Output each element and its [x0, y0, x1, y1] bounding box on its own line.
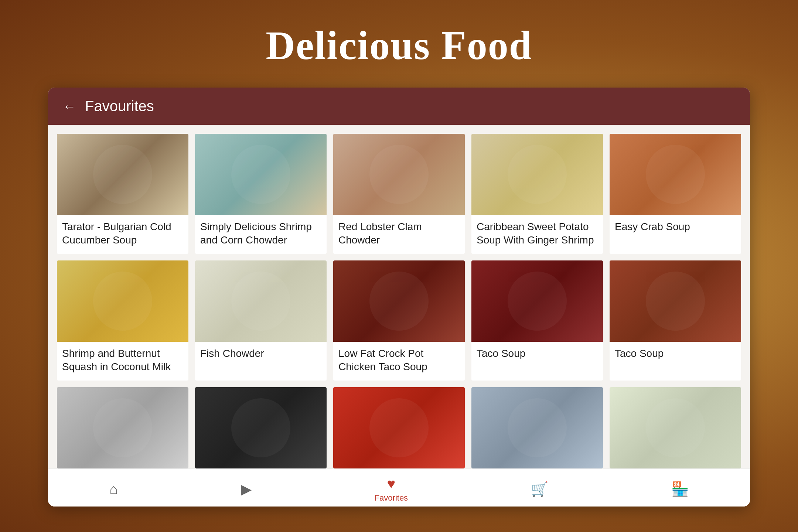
- svg-point-4: [646, 145, 705, 204]
- recipe-item-taco-soup-2[interactable]: Taco Soup: [471, 260, 603, 381]
- recipe-item-shrimp-corn[interactable]: Simply Delicious Shrimp and Corn Chowder: [195, 134, 327, 254]
- recipe-grid-area: Tarator - Bulgarian Cold Cucumber Soup S…: [48, 125, 750, 468]
- main-card: ← Favourites Tarator - Bulgarian Cold Cu…: [48, 88, 750, 507]
- recipe-name-crab: Easy Crab Soup: [610, 215, 741, 240]
- recipe-image-crab: [610, 134, 741, 215]
- svg-point-9: [646, 272, 705, 331]
- nav-favorites[interactable]: ♥ Favorites: [375, 475, 408, 503]
- recipe-item-bottom4[interactable]: [471, 387, 603, 468]
- recipe-image-tarator: [57, 134, 188, 215]
- store-icon: 🏪: [671, 481, 689, 497]
- recipe-name-tarator: Tarator - Bulgarian Cold Cucumber Soup: [57, 215, 188, 254]
- svg-point-5: [93, 272, 152, 331]
- svg-point-3: [508, 145, 567, 204]
- recipe-item-red-lobster[interactable]: Red Lobster Clam Chowder: [333, 134, 465, 254]
- recipe-image-bottom4: [471, 387, 603, 468]
- recipe-image-butternut: [57, 260, 188, 342]
- play-icon: ▶: [241, 481, 252, 497]
- recipe-image-bottom2: [195, 387, 327, 468]
- svg-point-7: [369, 272, 429, 331]
- page-title: Favourites: [85, 98, 154, 115]
- recipe-name-taco-soup: Low Fat Crock Pot Chicken Taco Soup: [333, 342, 465, 381]
- svg-point-14: [646, 398, 705, 457]
- recipe-name-shrimp-corn: Simply Delicious Shrimp and Corn Chowder: [195, 215, 327, 254]
- nav-store[interactable]: 🏪: [671, 481, 689, 497]
- recipe-image-bottom3: [333, 387, 465, 468]
- nav-favorites-label: Favorites: [375, 493, 408, 503]
- bottom-navigation: ⌂ ▶ ♥ Favorites 🛒 🏪: [48, 468, 750, 507]
- nav-play[interactable]: ▶: [241, 481, 252, 497]
- svg-point-2: [369, 145, 429, 204]
- recipe-image-fish-chowder: [195, 260, 327, 342]
- recipe-name-red-lobster: Red Lobster Clam Chowder: [333, 215, 465, 254]
- recipe-name-butternut: Shrimp and Butternut Squash in Coconut M…: [57, 342, 188, 381]
- recipe-image-bottom1: [57, 387, 188, 468]
- app-title: Delicious Food: [266, 0, 532, 88]
- recipe-image-bottom5: [610, 387, 741, 468]
- svg-point-6: [231, 272, 290, 331]
- recipe-name-taco-soup-2: Taco Soup: [471, 342, 603, 367]
- cart-icon: 🛒: [531, 481, 548, 497]
- recipe-image-shrimp-corn: [195, 134, 327, 215]
- svg-point-10: [93, 398, 152, 457]
- recipe-item-butternut[interactable]: Shrimp and Butternut Squash in Coconut M…: [57, 260, 188, 381]
- recipe-item-taco-soup-3[interactable]: Taco Soup: [610, 260, 741, 381]
- recipe-item-bottom1[interactable]: [57, 387, 188, 468]
- recipe-grid: Tarator - Bulgarian Cold Cucumber Soup S…: [57, 134, 741, 468]
- recipe-image-taco-soup-3: [610, 260, 741, 342]
- recipe-item-bottom5[interactable]: [610, 387, 741, 468]
- svg-point-0: [93, 145, 152, 204]
- recipe-name-taco-soup-3: Taco Soup: [610, 342, 741, 367]
- svg-point-1: [231, 145, 290, 204]
- recipe-image-taco-soup: [333, 260, 465, 342]
- svg-point-13: [508, 398, 567, 457]
- recipe-item-caribbean[interactable]: Caribbean Sweet Potato Soup With Ginger …: [471, 134, 603, 254]
- recipe-name-caribbean: Caribbean Sweet Potato Soup With Ginger …: [471, 215, 603, 254]
- home-icon: ⌂: [109, 481, 118, 497]
- svg-point-12: [369, 398, 429, 457]
- back-button[interactable]: ←: [63, 99, 76, 114]
- recipe-name-fish-chowder: Fish Chowder: [195, 342, 327, 367]
- recipe-image-red-lobster: [333, 134, 465, 215]
- recipe-item-bottom3[interactable]: [333, 387, 465, 468]
- recipe-image-taco-soup-2: [471, 260, 603, 342]
- recipe-item-bottom2[interactable]: [195, 387, 327, 468]
- recipe-item-tarator[interactable]: Tarator - Bulgarian Cold Cucumber Soup: [57, 134, 188, 254]
- card-header: ← Favourites: [48, 88, 750, 125]
- svg-point-11: [231, 398, 290, 457]
- recipe-item-taco-soup[interactable]: Low Fat Crock Pot Chicken Taco Soup: [333, 260, 465, 381]
- recipe-item-fish-chowder[interactable]: Fish Chowder: [195, 260, 327, 381]
- nav-home[interactable]: ⌂: [109, 481, 118, 497]
- svg-point-8: [508, 272, 567, 331]
- recipe-image-caribbean: [471, 134, 603, 215]
- favorites-icon: ♥: [387, 475, 396, 492]
- nav-cart[interactable]: 🛒: [531, 481, 548, 497]
- recipe-item-crab[interactable]: Easy Crab Soup: [610, 134, 741, 254]
